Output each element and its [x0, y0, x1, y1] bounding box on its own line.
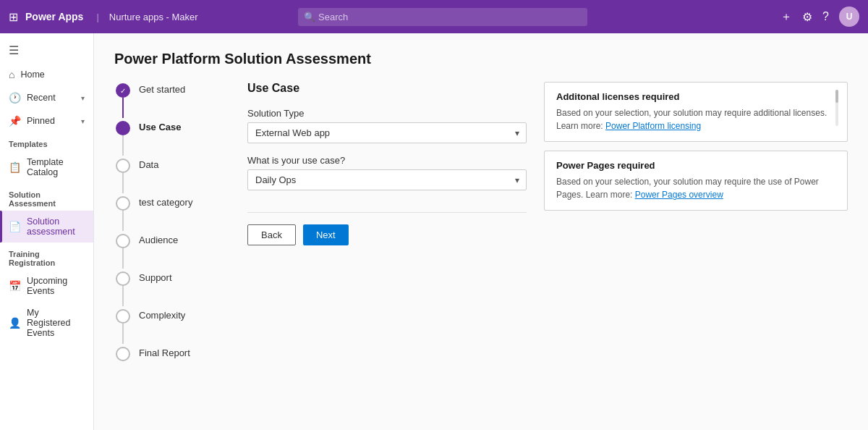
steps-panel: ✓ Get started Use Case — [114, 82, 230, 364]
sidebar-label-solution-assessment: Solution assessment — [27, 216, 85, 237]
pinned-icon: 📌 — [9, 115, 21, 127]
step-circle-final-report — [116, 347, 130, 361]
use-case-type-group: What is your use case? Daily Ops Custome… — [247, 155, 527, 190]
sidebar-item-recent[interactable]: 🕐 Recent ▾ — [0, 86, 93, 109]
step-row-audience: Audience — [114, 232, 230, 269]
hamburger-icon[interactable]: ☰ — [0, 38, 93, 63]
step-circle-data — [116, 159, 130, 173]
step-label-test-category[interactable]: test category — [132, 195, 192, 212]
next-button[interactable]: Next — [303, 224, 349, 245]
training-section-title: Training Registration — [0, 243, 93, 270]
templates-section-title: Templates — [0, 132, 93, 151]
step-label-data[interactable]: Data — [132, 157, 158, 174]
step-circle-get-started: ✓ — [116, 83, 130, 98]
step-label-support[interactable]: Support — [132, 270, 172, 287]
sidebar-label-template-catalog: Template Catalog — [27, 157, 85, 177]
solution-type-select[interactable]: External Web app Internal App Automation… — [247, 122, 527, 143]
step-left-use-case — [114, 119, 132, 156]
sidebar-label-home: Home — [20, 69, 44, 80]
bottom-actions: Back Next — [247, 212, 527, 245]
solution-assessment-section-title: Solution Assessment — [0, 183, 93, 211]
solution-type-label: Solution Type — [247, 108, 527, 119]
step-left-audience — [114, 232, 132, 269]
step-line-2 — [122, 135, 124, 156]
step-row-complexity: Complexity — [114, 308, 230, 344]
chevron-down-icon-2: ▾ — [81, 117, 85, 125]
step-circle-support — [116, 271, 130, 286]
step-left-support — [114, 270, 132, 306]
sidebar-label-my-registered-events: My Registered Events — [27, 308, 85, 338]
sidebar-item-upcoming-events[interactable]: 📅 Upcoming Events — [0, 270, 93, 302]
step-line-1 — [122, 98, 124, 118]
step-row-final-report: Final Report — [114, 345, 230, 363]
sidebar-label-pinned: Pinned — [27, 116, 55, 126]
step-line-5 — [122, 248, 124, 269]
form-area: Use Case Solution Type External Web app … — [247, 82, 527, 364]
sidebar-item-pinned[interactable]: 📌 Pinned ▾ — [0, 109, 93, 132]
power-pages-required-title: Power Pages required — [556, 160, 835, 171]
step-left-test-category — [114, 195, 132, 231]
power-platform-licensing-link[interactable]: Power Platform licensing — [605, 121, 701, 131]
nav-divider: | — [96, 12, 98, 22]
sidebar-item-solution-assessment[interactable]: 📄 Solution assessment — [0, 211, 93, 243]
avatar[interactable]: U — [839, 7, 859, 27]
power-pages-overview-link[interactable]: Power Pages overview — [635, 190, 723, 200]
use-case-type-label: What is your use case? — [247, 155, 527, 166]
step-label-audience[interactable]: Audience — [132, 232, 178, 250]
sidebar-label-upcoming-events: Upcoming Events — [27, 276, 85, 296]
person-icon: 👤 — [9, 317, 21, 329]
solution-type-select-wrapper: External Web app Internal App Automation… — [247, 122, 527, 143]
recent-icon: 🕐 — [9, 92, 21, 104]
form-section-title: Use Case — [247, 82, 527, 95]
home-icon: ⌂ — [9, 69, 14, 80]
power-pages-required-card: Power Pages required Based on your selec… — [544, 151, 848, 211]
additional-licenses-title: Additonal licenses required — [556, 91, 835, 102]
step-label-complexity[interactable]: Complexity — [132, 308, 185, 325]
settings-icon[interactable]: ⚙ — [802, 10, 812, 24]
back-button[interactable]: Back — [247, 224, 296, 245]
sidebar: ☰ ⌂ Home 🕐 Recent ▾ 📌 Pinned ▾ Templates… — [0, 33, 94, 430]
step-row-support: Support — [114, 270, 230, 306]
step-row-get-started: ✓ Get started — [114, 82, 230, 118]
app-layout: ☰ ⌂ Home 🕐 Recent ▾ 📌 Pinned ▾ Templates… — [0, 33, 868, 430]
step-line-6 — [122, 286, 124, 306]
step-left-complexity — [114, 308, 132, 344]
solution-type-group: Solution Type External Web app Internal … — [247, 108, 527, 143]
sidebar-item-my-registered-events[interactable]: 👤 My Registered Events — [0, 302, 93, 344]
breadcrumb: Nurture apps - Maker — [109, 12, 198, 22]
grid-icon[interactable]: ⊞ — [9, 10, 18, 24]
step-label-get-started[interactable]: Get started — [132, 82, 185, 99]
template-icon: 📋 — [9, 161, 21, 173]
step-label-use-case[interactable]: Use Case — [132, 119, 182, 137]
step-line-3 — [122, 173, 124, 193]
active-indicator — [0, 211, 2, 243]
use-case-type-select-wrapper: Daily Ops Customer Engagement Data Colle… — [247, 169, 527, 190]
search-wrapper: 🔍 — [298, 8, 587, 26]
step-circle-complexity — [116, 309, 130, 324]
app-name: Power Apps — [25, 11, 83, 22]
sidebar-item-home[interactable]: ⌂ Home — [0, 63, 93, 86]
info-cards: Additonal licenses required Based on you… — [544, 82, 848, 364]
step-line-4 — [122, 211, 124, 231]
scroll-indicator-1 — [835, 90, 840, 126]
step-row-data: Data — [114, 157, 230, 193]
help-icon[interactable]: ? — [822, 10, 829, 23]
step-row-use-case: Use Case — [114, 119, 230, 156]
step-line-7 — [122, 324, 124, 344]
step-label-final-report[interactable]: Final Report — [132, 345, 190, 363]
step-circle-use-case — [116, 121, 130, 135]
step-left-data — [114, 157, 132, 193]
step-circle-test-category — [116, 196, 130, 211]
solution-icon: 📄 — [9, 221, 21, 232]
sidebar-item-template-catalog[interactable]: 📋 Template Catalog — [0, 151, 93, 183]
add-button[interactable]: ＋ — [780, 9, 792, 25]
content-columns: ✓ Get started Use Case — [114, 82, 848, 364]
calendar-icon: 📅 — [9, 280, 21, 292]
search-input[interactable] — [298, 8, 587, 26]
use-case-type-select[interactable]: Daily Ops Customer Engagement Data Colle… — [247, 169, 527, 190]
additional-licenses-card: Additonal licenses required Based on you… — [544, 82, 848, 142]
additional-licenses-text: Based on your selection, your solution m… — [556, 106, 835, 132]
step-left-final-report — [114, 345, 132, 361]
top-nav-actions: ＋ ⚙ ? U — [780, 7, 859, 27]
step-row-test-category: test category — [114, 195, 230, 231]
